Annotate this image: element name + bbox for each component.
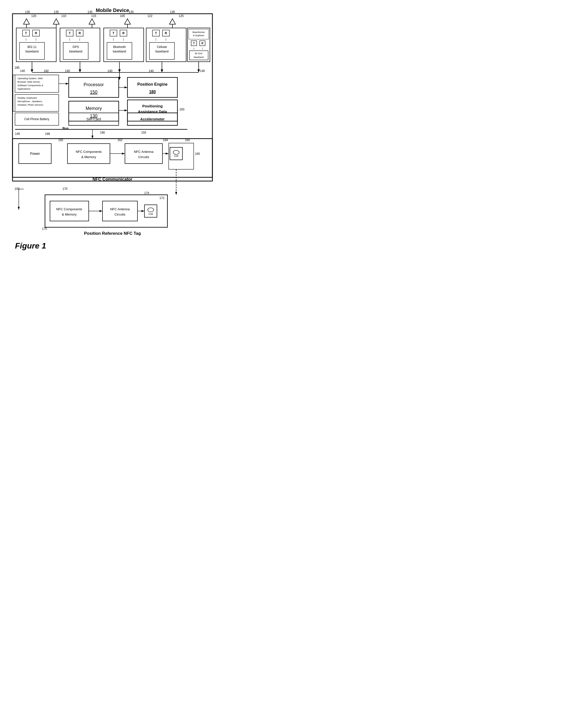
- svg-rect-149: [170, 147, 182, 160]
- svg-text:165: 165: [195, 152, 200, 156]
- svg-text:↕: ↕: [165, 37, 167, 41]
- svg-text:Positioning: Positioning: [142, 104, 163, 108]
- svg-text:170: 170: [62, 187, 67, 191]
- svg-text:R: R: [122, 31, 125, 35]
- diagram-svg: Mobile Device 135 135 135 135 135 120 11…: [5, 5, 220, 285]
- svg-marker-86: [79, 69, 81, 72]
- svg-text:Power: Power: [30, 152, 40, 156]
- svg-text:Browser, Web Server,: Browser, Web Server,: [17, 80, 40, 83]
- svg-text:135: 135: [25, 10, 30, 14]
- svg-text:R: R: [165, 31, 167, 35]
- svg-rect-171: [50, 201, 89, 221]
- svg-text:125: 125: [179, 14, 184, 18]
- svg-text:Memory: Memory: [85, 106, 102, 111]
- svg-text:162: 162: [117, 138, 122, 142]
- svg-rect-146: [125, 144, 162, 164]
- svg-text:115: 115: [91, 14, 96, 18]
- svg-text:↕: ↕: [79, 37, 81, 41]
- svg-point-178: [148, 208, 154, 212]
- svg-text:182: 182: [44, 69, 49, 73]
- svg-text:NFC Components: NFC Components: [76, 150, 102, 154]
- svg-marker-19: [124, 19, 130, 24]
- svg-text:NFC Communicator: NFC Communicator: [92, 177, 132, 182]
- svg-rect-152: [169, 143, 194, 169]
- svg-text:160: 160: [185, 138, 190, 142]
- svg-text:NFC Antenna: NFC Antenna: [110, 207, 130, 211]
- svg-text:140: 140: [65, 69, 70, 73]
- svg-text:& Memory: & Memory: [62, 213, 77, 216]
- svg-text:↕: ↕: [35, 37, 37, 41]
- svg-text:& Memory: & Memory: [81, 155, 96, 159]
- svg-text:Bluetooth: Bluetooth: [113, 45, 126, 49]
- svg-rect-143: [67, 144, 110, 164]
- svg-text:Position Engine: Position Engine: [137, 82, 168, 86]
- svg-text:Processor: Processor: [83, 82, 104, 87]
- svg-text:145: 145: [15, 132, 20, 136]
- svg-rect-170: [45, 195, 167, 227]
- svg-marker-183: [141, 210, 144, 212]
- svg-text:& Duplexer: & Duplexer: [193, 34, 204, 37]
- svg-text:baseband: baseband: [25, 50, 39, 53]
- svg-marker-13: [23, 19, 29, 24]
- svg-text:Software Components &: Software Components &: [17, 84, 43, 87]
- svg-marker-133: [124, 109, 127, 111]
- svg-text:Mobile Device: Mobile Device: [96, 7, 129, 13]
- svg-text:Cell Phone Battery: Cell Phone Battery: [24, 117, 49, 121]
- svg-text:185: 185: [14, 66, 19, 69]
- svg-text:Operating System, Web: Operating System, Web: [17, 77, 43, 80]
- svg-rect-118: [127, 77, 177, 97]
- svg-text:140: 140: [107, 69, 112, 73]
- svg-marker-157: [166, 153, 169, 155]
- svg-text:Sim Card: Sim Card: [86, 117, 101, 121]
- svg-text:GPS: GPS: [72, 45, 79, 49]
- svg-marker-88: [118, 69, 121, 72]
- svg-text:Headset, Photo Sensors: Headset, Photo Sensors: [17, 103, 43, 106]
- svg-text:802.11: 802.11: [27, 45, 37, 49]
- svg-marker-15: [53, 19, 59, 24]
- svg-text:172: 172: [159, 196, 164, 200]
- svg-text:T: T: [112, 31, 114, 35]
- svg-text:Beamformer: Beamformer: [192, 31, 205, 33]
- svg-marker-129: [66, 83, 69, 85]
- svg-text:140: 140: [20, 69, 25, 73]
- svg-marker-92: [197, 69, 200, 72]
- svg-text:183: 183: [179, 108, 184, 111]
- svg-marker-131: [124, 86, 127, 88]
- svg-text:R: R: [201, 42, 203, 45]
- svg-marker-90: [161, 69, 163, 72]
- svg-marker-84: [31, 69, 33, 72]
- svg-marker-164: [91, 136, 93, 139]
- svg-text:135: 135: [170, 10, 175, 14]
- svg-text:135: 135: [87, 10, 92, 14]
- svg-text:Coil: Coil: [148, 213, 153, 215]
- svg-text:baseband: baseband: [194, 56, 204, 58]
- svg-text:175: 175: [42, 227, 47, 231]
- svg-text:140: 140: [200, 69, 205, 73]
- svg-text:Applications: Applications: [17, 87, 30, 90]
- svg-text:R: R: [35, 31, 37, 35]
- svg-text:R: R: [79, 31, 81, 35]
- svg-marker-168: [18, 207, 20, 210]
- svg-text:Circuits: Circuits: [114, 213, 125, 216]
- svg-text:Cellular: Cellular: [157, 45, 167, 49]
- svg-text:164: 164: [163, 138, 168, 142]
- svg-text:NFC Components: NFC Components: [56, 207, 82, 211]
- svg-marker-155: [122, 153, 125, 155]
- svg-text:Coil: Coil: [174, 155, 178, 157]
- svg-text:190: 190: [100, 131, 105, 134]
- svg-text:60 GHz: 60 GHz: [195, 52, 203, 55]
- svg-text:↕: ↕: [113, 37, 114, 41]
- svg-text:155: 155: [141, 131, 146, 134]
- svg-rect-177: [144, 205, 157, 217]
- svg-text:T: T: [155, 31, 157, 35]
- svg-text:baseband: baseband: [69, 50, 82, 53]
- svg-text:↕: ↕: [193, 47, 195, 50]
- svg-text:Accelerometer: Accelerometer: [140, 117, 165, 121]
- svg-text:Microphone , Speakers,: Microphone , Speakers,: [17, 100, 42, 103]
- svg-text:135: 135: [54, 10, 59, 14]
- svg-text:Figure 1: Figure 1: [15, 241, 46, 250]
- svg-marker-181: [99, 210, 102, 212]
- svg-text:↕: ↕: [25, 37, 27, 41]
- svg-text:122: 122: [147, 14, 152, 18]
- svg-marker-188: [175, 192, 177, 195]
